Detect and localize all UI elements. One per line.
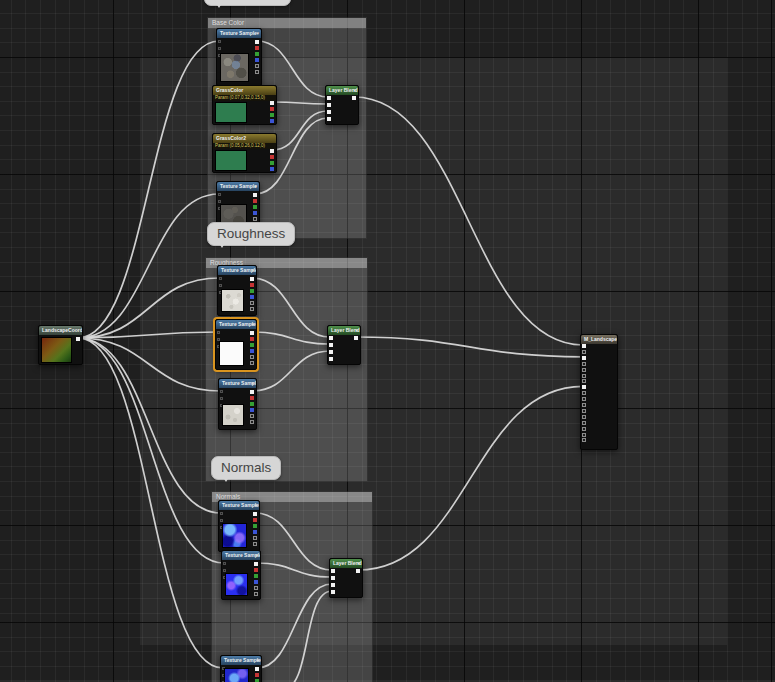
node-vec1[interactable]: GrassColorParam (0.07,0.32,0.15,0)	[212, 85, 277, 125]
node-lb_n[interactable]: Layer Blend▾	[329, 558, 363, 598]
output-pin-b[interactable]	[250, 408, 254, 412]
output-pin-r[interactable]	[270, 107, 274, 111]
output-pin-g[interactable]	[253, 524, 257, 528]
node-ts_bc1[interactable]: Texture Sample▾	[216, 28, 262, 86]
output-pin-rgb[interactable]	[270, 149, 274, 153]
node-title-bar[interactable]: GrassColor2	[213, 134, 276, 143]
node-title-bar[interactable]: Texture Sample	[216, 320, 256, 329]
output-pin-g[interactable]	[250, 402, 254, 406]
output-pin-a[interactable]	[253, 217, 257, 221]
output-pin-b[interactable]	[270, 167, 274, 171]
output-pin-r[interactable]	[270, 155, 274, 159]
node-title-bar[interactable]: Texture Sample	[219, 501, 259, 510]
dropdown-caret-icon[interactable]: ▾	[355, 326, 358, 335]
input-pin[interactable]	[218, 200, 221, 203]
output-pin-b[interactable]	[270, 119, 274, 123]
node-material[interactable]: M_Landscape	[580, 334, 618, 450]
output-pin-a[interactable]	[253, 536, 257, 540]
node-ts_n2[interactable]: Texture Sample▾	[221, 550, 261, 600]
dropdown-caret-icon[interactable]: ▾	[357, 559, 360, 568]
input-pin-uv[interactable]	[218, 40, 221, 43]
output-pin-g[interactable]	[250, 343, 254, 347]
output-pin-a[interactable]	[250, 355, 254, 359]
input-pin-uv[interactable]	[219, 277, 222, 280]
material-graph-canvas[interactable]: Base ColorRoughnessNormals LandscapeCoor…	[0, 0, 775, 682]
comment-bubble-base-color[interactable]: Base Color	[204, 0, 291, 6]
input-pin-layer-1[interactable]	[331, 576, 335, 580]
output-pin-rgba[interactable]	[250, 307, 254, 311]
output-pin-rgb[interactable]	[254, 562, 258, 566]
node-title-bar[interactable]: Texture Sample	[219, 379, 256, 388]
output-pin[interactable]	[354, 336, 358, 340]
output-pin-g[interactable]	[255, 52, 259, 56]
dropdown-caret-icon[interactable]: ▾	[254, 182, 257, 191]
node-title-bar[interactable]: GrassColor	[213, 86, 276, 95]
dropdown-caret-icon[interactable]: ▾	[255, 551, 258, 560]
dropdown-caret-icon[interactable]: ▾	[251, 379, 254, 388]
output-pin-r[interactable]	[253, 518, 257, 522]
dropdown-caret-icon[interactable]: ▾	[251, 320, 254, 329]
output-pin[interactable]	[76, 337, 80, 341]
node-ts_r1[interactable]: Texture Sample▾	[217, 265, 257, 316]
output-pin-rgb[interactable]	[270, 101, 274, 105]
output-pin-r[interactable]	[253, 199, 257, 203]
output-pin-rgb[interactable]	[253, 193, 257, 197]
output-pin-b[interactable]	[250, 349, 254, 353]
output-pin-r[interactable]	[250, 283, 254, 287]
dropdown-caret-icon[interactable]: ▾	[353, 86, 356, 95]
dropdown-caret-icon[interactable]: ▾	[251, 266, 254, 275]
output-pin-r[interactable]	[255, 673, 259, 677]
material-input-pin-16[interactable]	[582, 438, 586, 442]
input-pin-layer-2[interactable]	[329, 350, 333, 354]
input-pin-layer-3[interactable]	[331, 590, 335, 594]
output-pin-g[interactable]	[270, 113, 274, 117]
output-pin-r[interactable]	[250, 396, 254, 400]
output-pin-rgba[interactable]	[250, 361, 254, 365]
node-title-bar[interactable]: Texture Sample	[221, 656, 261, 665]
material-input-pin-12[interactable]	[582, 415, 586, 419]
comment-header[interactable]: Base Color	[208, 18, 366, 28]
output-pin-r[interactable]	[254, 568, 258, 572]
output-pin-r[interactable]	[250, 337, 254, 341]
input-pin-uv[interactable]	[220, 390, 223, 393]
input-pin[interactable]	[218, 47, 221, 50]
material-input-pin-8[interactable]	[582, 391, 586, 395]
output-pin-b[interactable]	[250, 295, 254, 299]
output-pin-b[interactable]	[255, 58, 259, 62]
node-ts_r3[interactable]: Texture Sample▾	[218, 378, 257, 430]
input-pin-layer-0[interactable]	[331, 569, 335, 573]
material-input-pin-4[interactable]	[582, 368, 586, 372]
node-title-bar[interactable]: Texture Sample	[222, 551, 260, 560]
output-pin-r[interactable]	[255, 46, 259, 50]
node-vec2[interactable]: GrassColor2Param (0.05,0.26,0.12,0)	[212, 133, 277, 173]
output-pin-a[interactable]	[250, 414, 254, 418]
node-ts_r2[interactable]: Texture Sample▾	[215, 319, 257, 370]
input-pin-uv[interactable]	[223, 562, 226, 565]
output-pin-rgb[interactable]	[250, 277, 254, 281]
node-title-bar[interactable]: M_Landscape	[581, 335, 617, 344]
output-pin-rgb[interactable]	[250, 390, 254, 394]
node-title-bar[interactable]: Texture Sample	[218, 266, 256, 275]
output-pin[interactable]	[356, 569, 360, 573]
input-pin-layer-0[interactable]	[327, 96, 331, 100]
output-pin-b[interactable]	[253, 530, 257, 534]
input-pin-layer-2[interactable]	[327, 110, 331, 114]
material-input-pin-14[interactable]	[582, 427, 586, 431]
output-pin-a[interactable]	[254, 586, 258, 590]
material-input-pin-9[interactable]	[582, 397, 586, 401]
input-pin[interactable]	[220, 519, 223, 522]
material-input-pin-7[interactable]	[582, 385, 586, 389]
dropdown-caret-icon[interactable]: ▾	[256, 656, 259, 665]
node-ts_n1[interactable]: Texture Sample▾	[218, 500, 260, 552]
output-pin-a[interactable]	[255, 64, 259, 68]
output-pin-rgba[interactable]	[254, 592, 258, 596]
material-input-pin-15[interactable]	[582, 433, 586, 437]
output-pin-g[interactable]	[250, 289, 254, 293]
material-input-pin-11[interactable]	[582, 409, 586, 413]
node-landscape_coords[interactable]: LandscapeCoords	[38, 325, 83, 365]
material-input-pin-2[interactable]	[582, 356, 586, 360]
input-pin[interactable]	[220, 397, 223, 400]
node-lb_r[interactable]: Layer Blend▾	[327, 325, 361, 365]
material-input-pin-6[interactable]	[582, 379, 586, 383]
material-input-pin-10[interactable]	[582, 403, 586, 407]
